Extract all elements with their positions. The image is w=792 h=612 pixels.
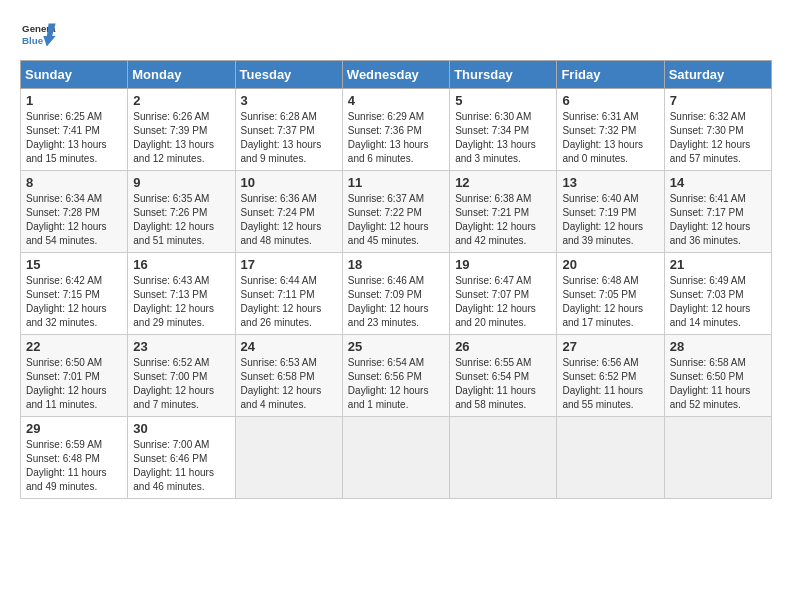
day-cell-7: 7Sunrise: 6:32 AMSunset: 7:30 PMDaylight…: [664, 89, 771, 171]
day-cell-19: 19Sunrise: 6:47 AMSunset: 7:07 PMDayligh…: [450, 253, 557, 335]
day-details: Sunrise: 6:32 AMSunset: 7:30 PMDaylight:…: [670, 110, 766, 166]
day-cell-29: 29Sunrise: 6:59 AMSunset: 6:48 PMDayligh…: [21, 417, 128, 499]
day-header-saturday: Saturday: [664, 61, 771, 89]
day-details: Sunrise: 6:26 AMSunset: 7:39 PMDaylight:…: [133, 110, 229, 166]
day-details: Sunrise: 6:41 AMSunset: 7:17 PMDaylight:…: [670, 192, 766, 248]
day-details: Sunrise: 6:35 AMSunset: 7:26 PMDaylight:…: [133, 192, 229, 248]
empty-cell: [664, 417, 771, 499]
day-number: 16: [133, 257, 229, 272]
day-cell-6: 6Sunrise: 6:31 AMSunset: 7:32 PMDaylight…: [557, 89, 664, 171]
day-details: Sunrise: 6:44 AMSunset: 7:11 PMDaylight:…: [241, 274, 337, 330]
day-cell-27: 27Sunrise: 6:56 AMSunset: 6:52 PMDayligh…: [557, 335, 664, 417]
day-number: 8: [26, 175, 122, 190]
day-number: 10: [241, 175, 337, 190]
day-cell-9: 9Sunrise: 6:35 AMSunset: 7:26 PMDaylight…: [128, 171, 235, 253]
day-cell-24: 24Sunrise: 6:53 AMSunset: 6:58 PMDayligh…: [235, 335, 342, 417]
day-cell-3: 3Sunrise: 6:28 AMSunset: 7:37 PMDaylight…: [235, 89, 342, 171]
day-cell-28: 28Sunrise: 6:58 AMSunset: 6:50 PMDayligh…: [664, 335, 771, 417]
day-details: Sunrise: 6:49 AMSunset: 7:03 PMDaylight:…: [670, 274, 766, 330]
day-cell-15: 15Sunrise: 6:42 AMSunset: 7:15 PMDayligh…: [21, 253, 128, 335]
day-number: 22: [26, 339, 122, 354]
day-number: 24: [241, 339, 337, 354]
day-number: 15: [26, 257, 122, 272]
day-cell-30: 30Sunrise: 7:00 AMSunset: 6:46 PMDayligh…: [128, 417, 235, 499]
day-number: 30: [133, 421, 229, 436]
day-details: Sunrise: 6:48 AMSunset: 7:05 PMDaylight:…: [562, 274, 658, 330]
day-details: Sunrise: 6:46 AMSunset: 7:09 PMDaylight:…: [348, 274, 444, 330]
svg-text:Blue: Blue: [22, 35, 44, 46]
day-number: 9: [133, 175, 229, 190]
day-cell-17: 17Sunrise: 6:44 AMSunset: 7:11 PMDayligh…: [235, 253, 342, 335]
day-cell-2: 2Sunrise: 6:26 AMSunset: 7:39 PMDaylight…: [128, 89, 235, 171]
day-number: 4: [348, 93, 444, 108]
day-details: Sunrise: 6:36 AMSunset: 7:24 PMDaylight:…: [241, 192, 337, 248]
day-number: 1: [26, 93, 122, 108]
day-number: 19: [455, 257, 551, 272]
day-header-monday: Monday: [128, 61, 235, 89]
day-cell-5: 5Sunrise: 6:30 AMSunset: 7:34 PMDaylight…: [450, 89, 557, 171]
day-cell-4: 4Sunrise: 6:29 AMSunset: 7:36 PMDaylight…: [342, 89, 449, 171]
day-cell-13: 13Sunrise: 6:40 AMSunset: 7:19 PMDayligh…: [557, 171, 664, 253]
day-number: 12: [455, 175, 551, 190]
day-number: 11: [348, 175, 444, 190]
day-details: Sunrise: 6:42 AMSunset: 7:15 PMDaylight:…: [26, 274, 122, 330]
day-number: 2: [133, 93, 229, 108]
day-number: 3: [241, 93, 337, 108]
day-number: 7: [670, 93, 766, 108]
day-details: Sunrise: 6:37 AMSunset: 7:22 PMDaylight:…: [348, 192, 444, 248]
day-cell-23: 23Sunrise: 6:52 AMSunset: 7:00 PMDayligh…: [128, 335, 235, 417]
day-cell-21: 21Sunrise: 6:49 AMSunset: 7:03 PMDayligh…: [664, 253, 771, 335]
day-cell-14: 14Sunrise: 6:41 AMSunset: 7:17 PMDayligh…: [664, 171, 771, 253]
day-details: Sunrise: 6:28 AMSunset: 7:37 PMDaylight:…: [241, 110, 337, 166]
day-details: Sunrise: 6:43 AMSunset: 7:13 PMDaylight:…: [133, 274, 229, 330]
day-cell-22: 22Sunrise: 6:50 AMSunset: 7:01 PMDayligh…: [21, 335, 128, 417]
day-number: 18: [348, 257, 444, 272]
day-header-wednesday: Wednesday: [342, 61, 449, 89]
day-number: 28: [670, 339, 766, 354]
day-details: Sunrise: 6:59 AMSunset: 6:48 PMDaylight:…: [26, 438, 122, 494]
calendar-row-4: 22Sunrise: 6:50 AMSunset: 7:01 PMDayligh…: [21, 335, 772, 417]
day-number: 26: [455, 339, 551, 354]
day-cell-25: 25Sunrise: 6:54 AMSunset: 6:56 PMDayligh…: [342, 335, 449, 417]
day-cell-18: 18Sunrise: 6:46 AMSunset: 7:09 PMDayligh…: [342, 253, 449, 335]
day-details: Sunrise: 6:52 AMSunset: 7:00 PMDaylight:…: [133, 356, 229, 412]
day-number: 23: [133, 339, 229, 354]
day-details: Sunrise: 6:55 AMSunset: 6:54 PMDaylight:…: [455, 356, 551, 412]
day-details: Sunrise: 6:50 AMSunset: 7:01 PMDaylight:…: [26, 356, 122, 412]
day-number: 17: [241, 257, 337, 272]
calendar-row-1: 1Sunrise: 6:25 AMSunset: 7:41 PMDaylight…: [21, 89, 772, 171]
day-details: Sunrise: 6:38 AMSunset: 7:21 PMDaylight:…: [455, 192, 551, 248]
day-cell-12: 12Sunrise: 6:38 AMSunset: 7:21 PMDayligh…: [450, 171, 557, 253]
day-details: Sunrise: 6:31 AMSunset: 7:32 PMDaylight:…: [562, 110, 658, 166]
day-cell-10: 10Sunrise: 6:36 AMSunset: 7:24 PMDayligh…: [235, 171, 342, 253]
day-details: Sunrise: 6:56 AMSunset: 6:52 PMDaylight:…: [562, 356, 658, 412]
day-number: 20: [562, 257, 658, 272]
day-details: Sunrise: 6:34 AMSunset: 7:28 PMDaylight:…: [26, 192, 122, 248]
empty-cell: [557, 417, 664, 499]
day-cell-16: 16Sunrise: 6:43 AMSunset: 7:13 PMDayligh…: [128, 253, 235, 335]
day-details: Sunrise: 6:58 AMSunset: 6:50 PMDaylight:…: [670, 356, 766, 412]
logo: General Blue: [20, 20, 56, 50]
calendar-row-5: 29Sunrise: 6:59 AMSunset: 6:48 PMDayligh…: [21, 417, 772, 499]
day-header-thursday: Thursday: [450, 61, 557, 89]
day-cell-1: 1Sunrise: 6:25 AMSunset: 7:41 PMDaylight…: [21, 89, 128, 171]
day-details: Sunrise: 6:25 AMSunset: 7:41 PMDaylight:…: [26, 110, 122, 166]
day-details: Sunrise: 7:00 AMSunset: 6:46 PMDaylight:…: [133, 438, 229, 494]
day-number: 13: [562, 175, 658, 190]
day-details: Sunrise: 6:40 AMSunset: 7:19 PMDaylight:…: [562, 192, 658, 248]
calendar-row-2: 8Sunrise: 6:34 AMSunset: 7:28 PMDaylight…: [21, 171, 772, 253]
day-number: 21: [670, 257, 766, 272]
day-number: 14: [670, 175, 766, 190]
day-header-friday: Friday: [557, 61, 664, 89]
calendar-row-3: 15Sunrise: 6:42 AMSunset: 7:15 PMDayligh…: [21, 253, 772, 335]
day-details: Sunrise: 6:53 AMSunset: 6:58 PMDaylight:…: [241, 356, 337, 412]
day-details: Sunrise: 6:47 AMSunset: 7:07 PMDaylight:…: [455, 274, 551, 330]
day-details: Sunrise: 6:29 AMSunset: 7:36 PMDaylight:…: [348, 110, 444, 166]
logo-icon: General Blue: [20, 20, 56, 50]
day-number: 5: [455, 93, 551, 108]
day-details: Sunrise: 6:54 AMSunset: 6:56 PMDaylight:…: [348, 356, 444, 412]
day-cell-20: 20Sunrise: 6:48 AMSunset: 7:05 PMDayligh…: [557, 253, 664, 335]
day-header-sunday: Sunday: [21, 61, 128, 89]
day-number: 6: [562, 93, 658, 108]
day-number: 27: [562, 339, 658, 354]
